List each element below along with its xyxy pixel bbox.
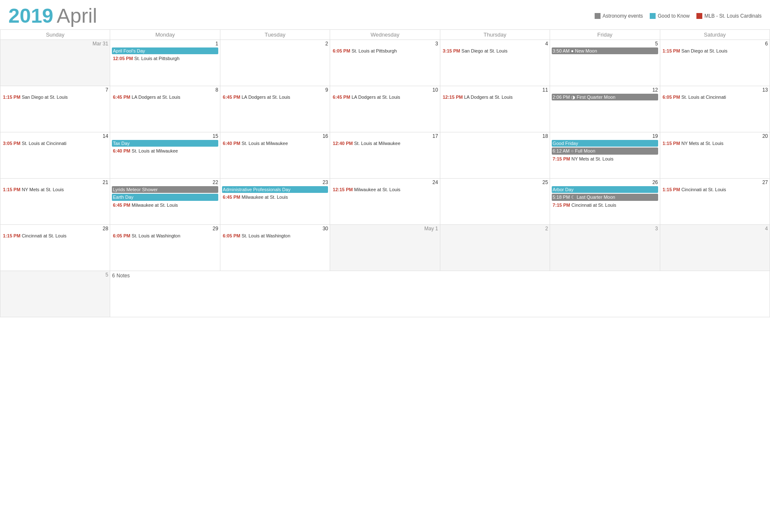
day-number: 5: [2, 272, 108, 279]
day-number: 21: [2, 179, 108, 186]
cell-apr11: 11 12:15 PM LA Dodgers at St. Louis: [440, 86, 550, 132]
legend-mlb: MLB - St. Louis Cardinals: [696, 13, 762, 19]
day-number: 13: [662, 87, 768, 94]
day-number: 2: [222, 41, 328, 47]
day-number: 2: [442, 226, 548, 232]
event-mlb-apr1: 12:05 PM St. Louis at Pittsburgh: [112, 55, 218, 62]
event-april-fools: April Fool's Day: [112, 47, 218, 54]
event-arbor-day: Arbor Day: [552, 186, 658, 193]
day-number: 11: [442, 87, 548, 94]
event-mlb-apr19: 7:15 PM NY Mets at St. Louis: [552, 155, 658, 162]
event-mlb-apr28: 1:15 PM Cincinnati at St. Louis: [2, 232, 108, 239]
cell-apr29: 29 6:05 PM St. Louis at Washington: [110, 225, 220, 271]
event-full-moon: 6:12 AM ○ Full Moon: [552, 147, 658, 154]
event-mlb-apr14: 3:05 PM St. Louis at Cincinnati: [2, 140, 108, 147]
event-mlb-apr29: 6:05 PM St. Louis at Washington: [112, 232, 218, 239]
event-mlb-apr24: 12:15 PM Milwaukee at St. Louis: [332, 186, 438, 193]
cell-apr22: 22 Lyrids Meteor Shower Earth Day 6:45 P…: [110, 179, 220, 225]
day-number: 16: [222, 133, 328, 140]
day-number: 9: [222, 87, 328, 94]
day-number: 29: [112, 226, 218, 232]
event-mlb-apr27: 1:15 PM Cincinnati at St. Louis: [662, 186, 768, 193]
cell-apr15: 15 Tax Day 6:40 PM St. Louis at Milwauke…: [110, 132, 220, 179]
astronomy-label: Astronomy events: [603, 13, 643, 19]
event-tax-day: Tax Day: [112, 140, 218, 147]
event-earth-day: Earth Day: [112, 194, 218, 200]
cell-apr9: 9 6:45 PM LA Dodgers at St. Louis: [220, 86, 330, 132]
cell-apr18: 18: [440, 132, 550, 179]
cell-apr13: 13 6:05 PM St. Louis at Cincinnati: [660, 86, 770, 132]
day-number: 25: [442, 179, 548, 186]
event-mlb-apr9: 6:45 PM LA Dodgers at St. Louis: [222, 94, 328, 100]
calendar-header-row: Sunday Monday Tuesday Wednesday Thursday…: [0, 30, 770, 40]
cell-apr10: 10 6:45 PM LA Dodgers at St. Louis: [330, 86, 440, 132]
event-mlb-apr7: 1:15 PM San Diego at St. Louis: [2, 94, 108, 100]
mlb-label: MLB - St. Louis Cardinals: [704, 13, 762, 19]
notes-cell: 6 Notes: [110, 271, 770, 317]
event-lyrids: Lyrids Meteor Shower: [112, 186, 218, 193]
event-mlb-apr11: 12:15 PM LA Dodgers at St. Louis: [442, 94, 548, 100]
day-number: 15: [112, 133, 218, 140]
col-saturday: Saturday: [660, 30, 770, 40]
event-mlb-apr23: 6:45 PM Milwaukee at St. Louis: [222, 194, 328, 200]
day-number: 22: [112, 179, 218, 186]
cell-apr2: 2: [220, 40, 330, 86]
cell-may4: 4: [660, 225, 770, 271]
calendar-table: Sunday Monday Tuesday Wednesday Thursday…: [0, 29, 770, 317]
event-mlb-apr30: 6:05 PM St. Louis at Washington: [222, 232, 328, 239]
cell-apr8: 8 6:45 PM LA Dodgers at St. Louis: [110, 86, 220, 132]
col-wednesday: Wednesday: [330, 30, 440, 40]
cell-may1: May 1: [330, 225, 440, 271]
event-mlb-apr26: 7:15 PM Cincinnati at St. Louis: [552, 202, 658, 208]
calendar-row-week2: 7 1:15 PM San Diego at St. Louis 8 6:45 …: [0, 86, 770, 132]
col-thursday: Thursday: [440, 30, 550, 40]
cell-apr7: 7 1:15 PM San Diego at St. Louis: [0, 86, 110, 132]
legend-goodtoknow: Good to Know: [650, 13, 690, 19]
calendar-title: 2019 April: [8, 4, 97, 27]
day-number: 3: [552, 226, 658, 232]
day-number: 28: [2, 226, 108, 232]
event-mlb-apr17: 12:40 PM St. Louis at Milwaukee: [332, 140, 438, 147]
col-monday: Monday: [110, 30, 220, 40]
day-number: 27: [662, 179, 768, 186]
event-mlb-apr8: 6:45 PM LA Dodgers at St. Louis: [112, 94, 218, 100]
day-number: 30: [222, 226, 328, 232]
event-mlb-apr10: 6:45 PM LA Dodgers at St. Louis: [332, 94, 438, 100]
cell-apr30: 30 6:05 PM St. Louis at Washington: [220, 225, 330, 271]
cell-apr17: 17 12:40 PM St. Louis at Milwaukee: [330, 132, 440, 179]
cell-apr20: 20 1:15 PM NY Mets at St. Louis: [660, 132, 770, 179]
day-number: 5: [552, 41, 658, 47]
cell-may3: 3: [550, 225, 660, 271]
calendar-row-week3: 14 3:05 PM St. Louis at Cincinnati 15 Ta…: [0, 132, 770, 179]
event-last-quarter-moon: 5:18 PM ☾ Last Quarter Moon: [552, 194, 658, 200]
day-number: 20: [662, 133, 768, 140]
event-mlb-apr15: 6:40 PM St. Louis at Milwaukee: [112, 147, 218, 154]
day-number: 4: [662, 226, 768, 232]
day-number: 8: [112, 87, 218, 94]
event-mlb-apr16: 6:40 PM St. Louis at Milwaukee: [222, 140, 328, 147]
goodtoknow-label: Good to Know: [658, 13, 690, 19]
page-header: 2019 April Astronomy events Good to Know…: [0, 0, 770, 29]
event-first-quarter-moon: 2:06 PM ◑ First Quarter Moon: [552, 94, 658, 100]
cell-apr27: 27 1:15 PM Cincinnati at St. Louis: [660, 179, 770, 225]
calendar-row-week1: Mar 31 1 April Fool's Day 12:05 PM St. L…: [0, 40, 770, 86]
day-number: 7: [2, 87, 108, 94]
day-number: May 1: [332, 226, 438, 232]
cell-apr24: 24 12:15 PM Milwaukee at St. Louis: [330, 179, 440, 225]
day-number: 23: [222, 179, 328, 186]
day-number: 14: [2, 133, 108, 140]
day-number: 24: [332, 179, 438, 186]
calendar-row-week5: 28 1:15 PM Cincinnati at St. Louis 29 6:…: [0, 225, 770, 271]
col-sunday: Sunday: [0, 30, 110, 40]
mlb-color-box: [696, 13, 702, 19]
event-mlb-apr13: 6:05 PM St. Louis at Cincinnati: [662, 94, 768, 100]
day-number: 19: [552, 133, 658, 140]
event-good-friday: Good Friday: [552, 140, 658, 147]
month-label: April: [57, 4, 97, 27]
day-number: 26: [552, 179, 658, 186]
event-admin-day: Administrative Professionals Day: [222, 186, 328, 193]
cell-mar31: Mar 31: [0, 40, 110, 86]
day-number: 18: [442, 133, 548, 140]
event-mlb-apr4: 3:15 PM San Diego at St. Louis: [442, 47, 548, 54]
cell-apr6: 6 1:15 PM San Diego at St. Louis: [660, 40, 770, 86]
